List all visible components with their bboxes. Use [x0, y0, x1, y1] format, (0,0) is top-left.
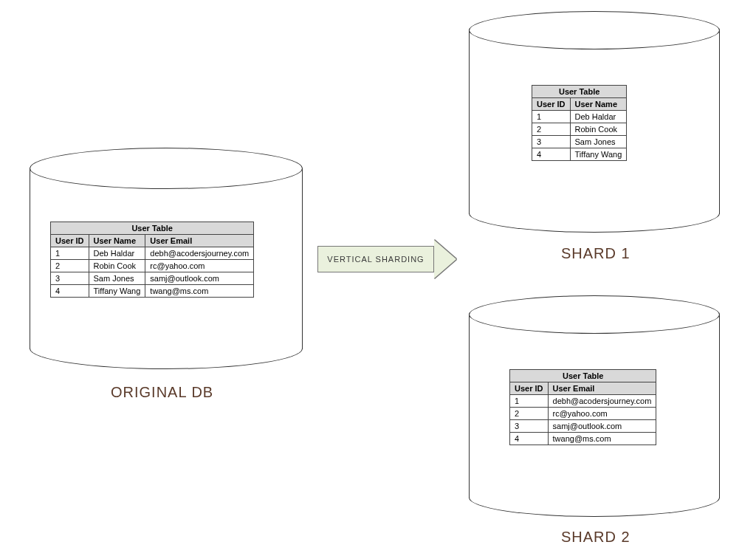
table-row: 4twang@ms.com — [510, 433, 656, 445]
table-row: 4Tiffany Wang — [532, 148, 627, 161]
shard2-label: SHARD 2 — [561, 529, 630, 546]
col-user-name: User Name — [89, 235, 145, 247]
col-user-id: User ID — [51, 235, 89, 247]
arrow-label: VERTICAL SHARDING — [327, 255, 424, 264]
table-header-row: User ID User Name User Email — [51, 235, 254, 247]
table-row: 1Deb Haldardebh@acodersjourney.com — [51, 247, 254, 260]
shard1-user-table: User Table User ID User Name 1Deb Haldar… — [532, 85, 627, 161]
shard2-user-table: User Table User ID User Email 1debh@acod… — [509, 369, 656, 445]
col-user-id: User ID — [510, 382, 549, 395]
table-row: 1debh@acodersjourney.com — [510, 395, 656, 408]
table-row: 2rc@yahoo.com — [510, 408, 656, 420]
table-row: 2Robin Cook — [532, 123, 627, 136]
table-title: User Table — [51, 222, 254, 235]
table-title: User Table — [510, 370, 656, 382]
col-user-email: User Email — [145, 235, 254, 247]
col-user-name: User Name — [570, 98, 627, 111]
table-row: 2Robin Cookrc@yahoo.com — [51, 260, 254, 272]
diagram-stage: User Table User ID User Name User Email … — [0, 0, 756, 556]
table-row: 3samj@outlook.com — [510, 420, 656, 433]
table-row: 4Tiffany Wangtwang@ms.com — [51, 285, 254, 298]
table-header-row: User ID User Email — [510, 382, 656, 395]
table-header-row: User ID User Name — [532, 98, 627, 111]
original-db-cylinder: User Table User ID User Name User Email … — [30, 148, 303, 369]
table-title: User Table — [532, 86, 627, 98]
vertical-sharding-arrow: VERTICAL SHARDING — [317, 240, 456, 278]
table-row: 3Sam Jonessamj@outlook.com — [51, 272, 254, 285]
col-user-email: User Email — [548, 382, 656, 395]
col-user-id: User ID — [532, 98, 571, 111]
shard1-cylinder: User Table User ID User Name 1Deb Haldar… — [469, 11, 720, 233]
shard1-label: SHARD 1 — [561, 245, 630, 262]
original-user-table: User Table User ID User Name User Email … — [50, 222, 254, 298]
shard2-cylinder: User Table User ID User Email 1debh@acod… — [469, 295, 720, 517]
original-db-label: ORIGINAL DB — [111, 384, 213, 401]
table-row: 1Deb Haldar — [532, 111, 627, 123]
table-row: 3Sam Jones — [532, 136, 627, 148]
